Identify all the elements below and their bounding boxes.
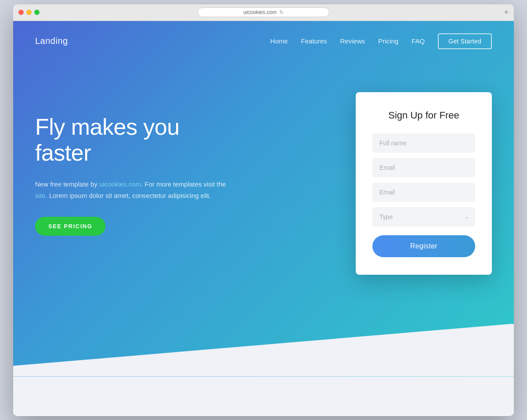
hero-link-1[interactable]: uicookies.com: [99, 180, 141, 188]
navbar: Landing Home Features Reviews Pricing FA…: [13, 21, 514, 61]
bottom-section: [13, 377, 514, 416]
close-dot[interactable]: [18, 10, 24, 15]
reload-icon[interactable]: ↻: [279, 9, 284, 15]
get-started-button[interactable]: Get Started: [438, 33, 492, 49]
email-input[interactable]: [372, 158, 475, 177]
new-tab-button[interactable]: +: [504, 8, 509, 17]
hero-content: Fly makes you faster New free template b…: [13, 61, 514, 275]
hero-desc-text-2: . For more templates visit the: [141, 180, 226, 188]
fullname-input[interactable]: [372, 133, 475, 153]
see-pricing-button[interactable]: SEE PRICING: [35, 217, 105, 236]
signup-card: Sign Up for Free Type Personal Business …: [356, 92, 492, 275]
minimize-dot[interactable]: [26, 10, 32, 15]
hero-desc-text-3: . Lorem ipsum dolor sit amet, consectetu…: [45, 192, 211, 199]
hero-title: Fly makes you faster: [35, 114, 237, 167]
nav-link-features[interactable]: Features: [301, 37, 327, 45]
signup-title: Sign Up for Free: [372, 110, 475, 121]
page-content: Landing Home Features Reviews Pricing FA…: [13, 21, 514, 416]
hero-section: Landing Home Features Reviews Pricing FA…: [13, 21, 514, 377]
browser-dots: [18, 10, 40, 15]
type-select-wrapper: Type Personal Business Enterprise ⌄: [372, 207, 475, 226]
register-button[interactable]: Register: [372, 235, 475, 257]
nav-links: Home Features Reviews Pricing FAQ Get St…: [270, 33, 492, 49]
nav-link-faq[interactable]: FAQ: [411, 37, 425, 45]
confirm-email-input[interactable]: [372, 183, 475, 202]
browser-window: uicookies.com ↻ + Landing Home Features …: [13, 4, 514, 416]
type-select[interactable]: Type Personal Business Enterprise: [372, 207, 475, 226]
maximize-dot[interactable]: [34, 10, 40, 15]
nav-brand: Landing: [35, 36, 68, 46]
hero-desc-text-1: New free template by: [35, 180, 99, 188]
url-text: uicookies.com: [243, 9, 277, 15]
hero-text: Fly makes you faster New free template b…: [35, 97, 237, 236]
nav-link-reviews[interactable]: Reviews: [340, 37, 365, 45]
hero-description: New free template by uicookies.com. For …: [35, 179, 237, 201]
hero-link-2[interactable]: site: [35, 192, 45, 199]
nav-link-pricing[interactable]: Pricing: [378, 37, 398, 45]
browser-chrome: uicookies.com ↻ +: [13, 4, 514, 21]
url-bar[interactable]: uicookies.com ↻: [198, 7, 329, 17]
nav-link-home[interactable]: Home: [270, 37, 288, 45]
